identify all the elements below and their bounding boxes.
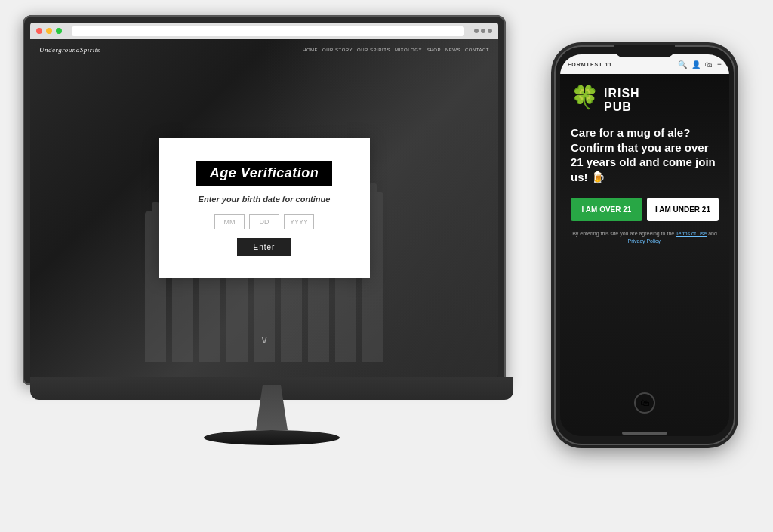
enter-button[interactable]: Enter <box>237 238 292 256</box>
monitor-frame: UndergroundSpirits HOMEOUR STORYOUR SPIR… <box>23 15 506 385</box>
over-21-button[interactable]: I AM OVER 21 <box>571 198 642 221</box>
monitor-dot-1 <box>474 29 479 33</box>
nav-link[interactable]: OUR SPIRITS <box>357 48 390 52</box>
user-icon[interactable]: 👤 <box>691 60 701 69</box>
chevron-down-icon: ∨ <box>260 334 268 346</box>
site-navigation: UndergroundSpirits HOMEOUR STORYOUR SPIR… <box>30 39 498 60</box>
monitor-stand-base <box>204 430 340 445</box>
monitor-device: UndergroundSpirits HOMEOUR STORYOUR SPIR… <box>23 15 521 483</box>
site-nav-links: HOMEOUR STORYOUR SPIRITSMIXOLOGYSHOPNEWS… <box>303 48 489 52</box>
terms-of-use-link[interactable]: Terms of Use <box>676 231 707 236</box>
under-21-button[interactable]: I AM UNDER 21 <box>647 198 719 221</box>
phone-frame: FORMTEST 11 🔍 👤 🛍 ≡ 🍀 IRISH <box>554 45 735 445</box>
pub-name: IRISH PUB <box>604 87 640 113</box>
nav-link[interactable]: CONTACT <box>465 48 489 52</box>
nav-link[interactable]: SHOP <box>427 48 441 52</box>
phone-screen: FORMTEST 11 🔍 👤 🛍 ≡ 🍀 IRISH <box>560 54 729 436</box>
phone-headline: Care for a mug of ale? Confirm that you … <box>571 125 719 184</box>
menu-icon[interactable]: ≡ <box>717 60 722 69</box>
phone-home-indicator <box>622 432 667 435</box>
cart-icon[interactable]: 🛍 <box>705 60 713 69</box>
phone-notch <box>614 45 675 57</box>
monitor-close-dot <box>36 28 42 34</box>
phone-app-content: 🍀 IRISH PUB Care for a mug of ale? Confi… <box>560 74 729 436</box>
phone-device: FORMTEST 11 🔍 👤 🛍 ≡ 🍀 IRISH <box>554 45 750 468</box>
phone-disclaimer: By entering this site you are agreeing t… <box>571 230 719 245</box>
nav-link[interactable]: HOME <box>303 48 318 52</box>
site-logo: UndergroundSpirits <box>39 46 100 54</box>
year-input[interactable]: YYYY <box>284 214 314 229</box>
privacy-policy-link[interactable]: Privacy Policy <box>628 238 661 244</box>
monitor-screen: UndergroundSpirits HOMEOUR STORYOUR SPIR… <box>30 39 498 377</box>
shopify-icon: 🛍 <box>640 398 649 408</box>
phone-browser-icons[interactable]: 🔍 👤 🛍 ≡ <box>678 60 722 69</box>
irish-pub-logo: 🍀 IRISH PUB <box>571 86 719 115</box>
leprechaun-icon: 🍀 <box>571 86 599 115</box>
date-input-group[interactable]: MM DD YYYY <box>180 214 349 229</box>
day-input[interactable]: DD <box>249 214 279 229</box>
shopify-badge: 🛍 <box>634 392 655 414</box>
nav-link[interactable]: MIXOLOGY <box>395 48 422 52</box>
month-input[interactable]: MM <box>214 214 245 229</box>
pub-name-line2: PUB <box>604 100 640 114</box>
monitor-right-dots <box>474 29 492 33</box>
monitor-maximize-dot <box>56 28 62 34</box>
monitor-dot-3 <box>488 29 492 33</box>
phone-content-inner: 🍀 IRISH PUB Care for a mug of ale? Confi… <box>560 74 729 254</box>
modal-title: Age Verification <box>196 161 332 186</box>
monitor-address-bar <box>72 26 464 36</box>
monitor-top-bar <box>30 23 498 39</box>
age-buttons-group[interactable]: I AM OVER 21 I AM UNDER 21 <box>571 198 719 221</box>
age-verification-modal: Age Verification Enter your birth date f… <box>159 138 370 278</box>
monitor-dot-2 <box>481 29 485 33</box>
modal-subtitle: Enter your birth date for continue <box>180 195 349 204</box>
nav-link[interactable]: OUR STORY <box>322 48 353 52</box>
pub-name-line1: IRISH <box>604 87 640 100</box>
monitor-minimize-dot <box>46 28 52 34</box>
phone-browser-name: FORMTEST 11 <box>568 62 612 67</box>
search-icon[interactable]: 🔍 <box>678 60 687 69</box>
nav-link[interactable]: NEWS <box>445 48 460 52</box>
